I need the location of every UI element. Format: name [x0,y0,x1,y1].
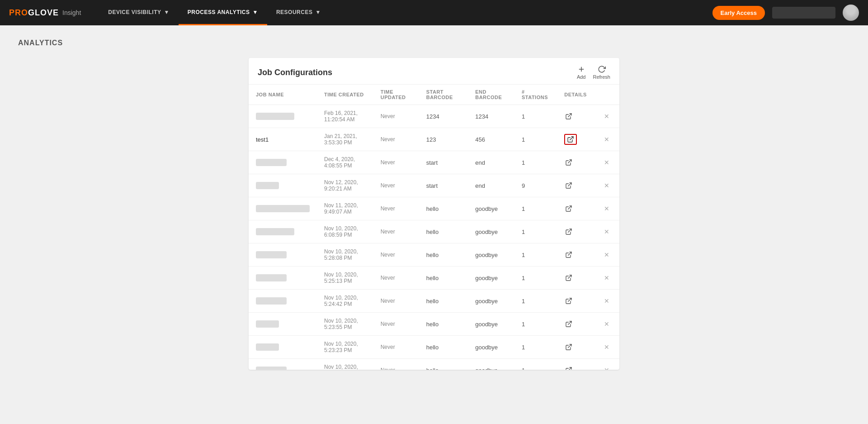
delete-button[interactable]: ✕ [601,251,612,259]
table-body: ██████████Feb 16, 2021, 11:20:54 AMNever… [249,105,619,370]
cell-start-barcode: hello [419,243,468,267]
external-link-icon [565,159,572,166]
delete-button[interactable]: ✕ [601,205,612,213]
cell-time-created: Dec 4, 2020, 4:08:55 PM [317,151,373,174]
svg-line-12 [568,344,571,348]
page-content: ANALYTICS Job Configurations Add [0,25,868,383]
cell-delete: ✕ [594,267,619,290]
cell-end-barcode: goodbye [468,290,514,313]
nav-item-device-visibility[interactable]: DEVICE VISIBILITY ▼ [99,0,179,25]
table-row: ████████Dec 4, 2020, 4:08:55 PMNeverstar… [249,151,619,174]
logo-pro: PRO [9,8,28,18]
avatar[interactable] [843,5,859,21]
open-details-button[interactable] [564,366,573,370]
delete-button[interactable]: ✕ [601,135,612,143]
delete-button[interactable]: ✕ [601,274,612,282]
cell-details [557,105,594,128]
table-row: ██████Nov 10, 2020, 5:23:23 PMNeverhello… [249,336,619,359]
plus-icon [577,65,585,73]
open-details-button[interactable] [564,296,573,305]
card-actions: Add Refresh [577,65,610,80]
open-details-button[interactable] [564,134,577,145]
cell-start-barcode: hello [419,197,468,220]
refresh-button[interactable]: Refresh [593,65,610,80]
cell-details [557,290,594,313]
cell-time-updated: Never [373,220,419,243]
cell-start-barcode: 1234 [419,105,468,128]
cell-job-name: ████████ [249,151,317,174]
delete-button[interactable]: ✕ [601,297,612,305]
delete-button[interactable]: ✕ [601,181,612,190]
cell-job-name: ██████ [249,174,317,197]
nav-item-process-analytics[interactable]: PROCESS ANALYTICS ▼ [179,0,267,25]
cell-job-name: test1 [249,128,317,151]
open-details-button[interactable] [564,319,573,329]
delete-button[interactable]: ✕ [601,366,612,370]
svg-line-10 [568,298,571,301]
nav-item-resources[interactable]: RESOURCES ▼ [267,0,330,25]
close-icon: ✕ [604,297,609,305]
close-icon: ✕ [604,274,609,281]
cell-time-created: Nov 10, 2020, 5:24:42 PM [317,290,373,313]
cell-delete: ✕ [594,105,619,128]
svg-line-9 [568,275,571,278]
cell-start-barcode: start [419,151,468,174]
col-time-updated: TIME UPDATED [373,85,419,105]
close-icon: ✕ [604,113,609,120]
external-link-icon [565,228,572,235]
cell-start-barcode: 123 [419,128,468,151]
early-access-button[interactable]: Early Access [712,6,765,20]
svg-line-11 [568,321,571,324]
col-end-barcode: END BARCODE [468,85,514,105]
cell-time-updated: Never [373,313,419,336]
cell-job-name: ██████████ [249,105,317,128]
blurred-job-name: ██████ [256,343,279,351]
cell-end-barcode: goodbye [468,336,514,359]
delete-button[interactable]: ✕ [601,158,612,167]
delete-button[interactable]: ✕ [601,343,612,351]
table-row: ████████Nov 10, 2020, 5:24:42 PMNeverhel… [249,290,619,313]
cell-time-updated: Never [373,151,419,174]
cell-end-barcode: end [468,174,514,197]
cell-delete: ✕ [594,220,619,243]
close-icon: ✕ [604,320,609,328]
table-row: ██████Nov 10, 2020, 5:23:55 PMNeverhello… [249,313,619,336]
cell-job-name: ██████████ [249,220,317,243]
cell-job-name: ████████ [249,267,317,290]
cell-details [557,336,594,359]
table-row: test1Jan 21, 2021, 3:53:30 PMNever123456… [249,128,619,151]
open-details-button[interactable] [564,250,573,259]
open-details-button[interactable] [564,158,573,167]
open-details-button[interactable] [564,112,573,121]
blurred-job-name: ████████ [256,159,287,167]
chevron-down-icon: ▼ [164,9,169,15]
open-details-button[interactable] [564,204,573,213]
cell-stations: 1 [514,267,557,290]
close-icon: ✕ [604,228,609,235]
delete-button[interactable]: ✕ [601,320,612,328]
open-details-button[interactable] [564,227,573,236]
open-details-button[interactable] [564,181,573,190]
cell-end-barcode: goodbye [468,359,514,370]
external-link-icon [565,320,572,328]
cell-job-name: ██████ [249,336,317,359]
cell-start-barcode: hello [419,359,468,370]
table-row: ██████████Nov 10, 2020, 6:08:59 PMNeverh… [249,220,619,243]
search-input[interactable] [772,7,835,19]
open-details-button[interactable] [564,273,573,282]
refresh-icon [598,65,606,73]
open-details-button[interactable] [564,343,573,352]
table-wrapper[interactable]: JOB NAME TIME CREATED TIME UPDATED START… [249,85,619,370]
external-link-icon [565,113,572,120]
nav-label-device-visibility: DEVICE VISIBILITY [108,9,161,15]
delete-button[interactable]: ✕ [601,112,612,120]
nav-right: Early Access [712,5,859,21]
delete-button[interactable]: ✕ [601,228,612,236]
cell-stations: 1 [514,220,557,243]
cell-stations: 1 [514,105,557,128]
col-actions [594,85,619,105]
blurred-job-name: ████████ [256,367,287,370]
cell-stations: 1 [514,151,557,174]
add-button[interactable]: Add [577,65,586,80]
cell-end-barcode: goodbye [468,220,514,243]
